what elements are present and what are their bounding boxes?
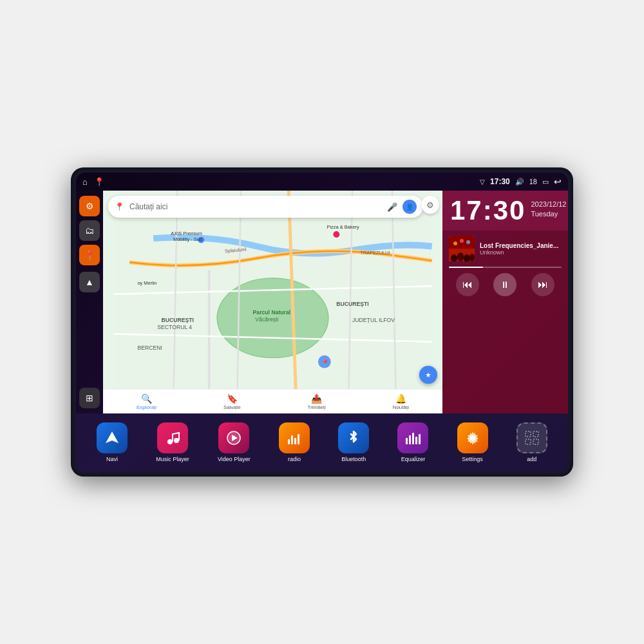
music-progress-fill (449, 267, 483, 268)
svg-rect-35 (291, 435, 293, 444)
avatar-letter: 👤 (406, 204, 413, 211)
svg-point-14 (333, 231, 339, 238)
sidebar-apps-btn[interactable]: ⊞ (79, 388, 100, 408)
clock-time: 17:30 (450, 197, 526, 224)
send-icon: 📤 (311, 393, 322, 404)
status-right-icons: ▽ 17:30 🔊 18 ▭ ↩ (480, 176, 562, 187)
sidebar-settings-btn[interactable]: ⚙ (79, 196, 100, 216)
svg-point-27 (460, 239, 464, 243)
saved-icon: 🔖 (227, 393, 238, 404)
add-icon-img (516, 422, 547, 453)
app-bluetooth[interactable]: Bluetooth (338, 422, 369, 463)
svg-rect-38 (406, 438, 408, 444)
star-icon: ★ (425, 371, 431, 379)
next-icon: ⏭ (538, 279, 548, 290)
music-widget: Lost Frequencies_Janie... Unknown ⏮ ⏸ (442, 231, 568, 413)
map-tab-news[interactable]: 🔔 Noutăți (393, 393, 409, 410)
svg-marker-29 (106, 431, 118, 443)
svg-text:SECTORUL 4: SECTORUL 4 (157, 324, 192, 330)
map-bottom-bar: 🔍 Explorați 🔖 Salvate 📤 Trimiteți (103, 389, 442, 413)
svg-rect-36 (294, 438, 296, 444)
svg-rect-45 (533, 431, 538, 437)
svg-text:Parcul Natural: Parcul Natural (253, 309, 291, 316)
radio-icon-img (279, 422, 310, 453)
app-add[interactable]: add (516, 422, 547, 463)
equalizer-label: Equalizer (401, 456, 426, 463)
music-meta: Lost Frequencies_Janie... Unknown (480, 242, 562, 256)
map-tab-send[interactable]: 📤 Trimiteți (308, 393, 326, 410)
map-tab-saved[interactable]: 🔖 Salvate (223, 393, 241, 410)
app-equalizer[interactable]: Equalizer (397, 422, 428, 463)
battery-level: 18 (529, 178, 537, 185)
maps-status-icon[interactable]: 📍 (94, 177, 104, 187)
svg-rect-46 (526, 439, 531, 444)
svg-text:BERCENI: BERCENI (137, 345, 162, 351)
date-value: 2023/12/12 (531, 200, 566, 209)
back-icon[interactable]: ↩ (554, 176, 562, 187)
svg-rect-37 (298, 434, 299, 444)
sidebar-maps-btn[interactable]: 📍 (79, 245, 100, 265)
sidebar-files-btn[interactable]: 🗂 (79, 220, 100, 241)
app-music-player[interactable]: Music Player (156, 422, 189, 463)
map-container[interactable]: Parcul Natural Văcărești (103, 191, 442, 413)
svg-text:Pizza & Bakery: Pizza & Bakery (327, 224, 360, 230)
battery-icon: ▭ (542, 178, 549, 186)
play-pause-button[interactable]: ⏸ (493, 273, 516, 296)
user-avatar[interactable]: 👤 (402, 200, 417, 214)
music-icon-img (157, 422, 188, 453)
app-radio[interactable]: radio (279, 422, 310, 463)
app-navi[interactable]: Navi (97, 422, 128, 463)
settings-icon: ⚙ (86, 201, 94, 211)
music-artist: Unknown (480, 249, 562, 256)
navi-icon-img (97, 422, 128, 453)
map-settings-button[interactable]: ⚙ (421, 196, 439, 214)
google-maps-icon: 📍 (115, 202, 124, 211)
svg-point-28 (466, 240, 470, 244)
center-area: Parcul Natural Văcărești (103, 191, 442, 413)
music-controls: ⏮ ⏸ ⏭ (449, 273, 562, 296)
home-icon[interactable]: ⌂ (82, 177, 88, 187)
svg-text:📍: 📍 (321, 359, 330, 367)
svg-text:TRAPEZULUI: TRAPEZULUI (360, 250, 390, 256)
svg-text:oy Merlin: oy Merlin (137, 280, 156, 286)
device-screen: ⌂ 📍 ▽ 17:30 🔊 18 ▭ ↩ ⚙ 🗂 (76, 173, 568, 471)
bt-icon-img (338, 422, 369, 453)
clock-date: 2023/12/12 Tuesday (531, 197, 566, 220)
radio-label: radio (288, 456, 301, 463)
mic-icon[interactable]: 🎤 (387, 202, 397, 212)
svg-point-25 (469, 254, 475, 261)
status-time: 17:30 (490, 177, 510, 186)
clock-widget: 17:30 2023/12/12 Tuesday (442, 191, 568, 231)
prev-icon: ⏮ (462, 279, 473, 290)
svg-point-31 (174, 438, 179, 443)
news-label: Noutăți (393, 404, 409, 410)
eq-icon-img (397, 422, 428, 453)
prev-button[interactable]: ⏮ (456, 273, 479, 296)
arrow-icon: ▲ (85, 277, 94, 287)
explore-icon: 🔍 (141, 393, 152, 404)
settings-label: Settings (462, 456, 483, 463)
next-button[interactable]: ⏭ (531, 273, 554, 296)
wifi-icon: ▽ (480, 178, 485, 185)
svg-text:BUCUREȘTI: BUCUREȘTI (336, 301, 368, 307)
music-progress-bar[interactable] (449, 267, 562, 268)
app-settings[interactable]: Settings (457, 422, 488, 463)
search-placeholder[interactable]: Căutați aici (129, 202, 382, 211)
play-pause-icon: ⏸ (500, 279, 509, 290)
map-fab-button[interactable]: ★ (419, 366, 437, 384)
video-icon-img (218, 422, 249, 453)
svg-point-23 (457, 252, 464, 261)
album-art (449, 236, 475, 261)
device-frame: ⌂ 📍 ▽ 17:30 🔊 18 ▭ ↩ ⚙ 🗂 (71, 167, 573, 477)
app-video-player[interactable]: Video Player (218, 422, 251, 463)
explore-label: Explorați (137, 404, 156, 410)
files-icon: 🗂 (85, 225, 94, 236)
map-tab-explore[interactable]: 🔍 Explorați (137, 393, 156, 410)
status-left-icons: ⌂ 📍 (82, 177, 104, 187)
svg-rect-44 (526, 431, 531, 437)
sidebar-navi-btn[interactable]: ▲ (79, 272, 100, 292)
svg-rect-42 (419, 434, 421, 444)
map-search-bar[interactable]: 📍 Căutați aici 🎤 👤 (108, 196, 423, 218)
music-player-label: Music Player (156, 456, 189, 463)
map-view: Parcul Natural Văcărești (103, 191, 442, 413)
